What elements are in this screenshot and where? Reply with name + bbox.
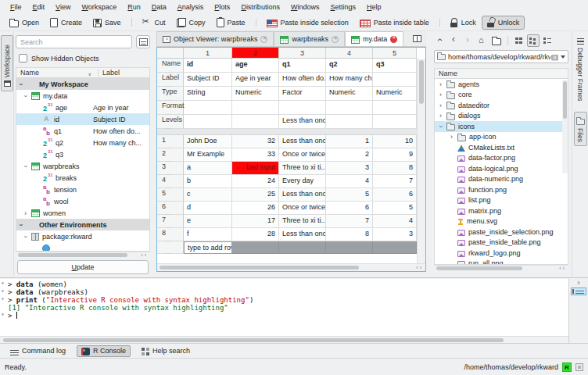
short-view-button[interactable] bbox=[513, 34, 525, 47]
file-tree-row[interactable]: data-numeric.png bbox=[435, 174, 568, 185]
expander-icon[interactable] bbox=[24, 162, 31, 170]
column-header-label[interactable]: Label bbox=[98, 69, 149, 77]
workspace-tree-row[interactable]: warpbreaks bbox=[16, 160, 149, 172]
open-dir-button[interactable] bbox=[490, 34, 503, 47]
file-tree-row[interactable]: CMakeLists.txt bbox=[435, 142, 568, 153]
grid-cell[interactable]: 3 bbox=[373, 228, 417, 241]
r-console[interactable]: > data (women) > data (warpbreaks) > pri… bbox=[0, 279, 568, 343]
grid-cell[interactable]: Mr Example bbox=[184, 148, 232, 162]
docker-collapse-icon[interactable]: ∧ bbox=[569, 280, 588, 286]
grid-cell[interactable]: 32 bbox=[232, 135, 279, 148]
file-tree-row[interactable]: core bbox=[435, 90, 568, 101]
grid-column-header[interactable]: 5 bbox=[373, 48, 417, 59]
grid-row-header[interactable]: 8 bbox=[157, 228, 184, 241]
grid-cell[interactable]: 33 bbox=[232, 148, 279, 162]
file-tree-row[interactable]: rkward_logo.png bbox=[435, 248, 568, 259]
workspace-tree-row[interactable]: My Workspace bbox=[16, 78, 149, 90]
editor-tab[interactable]: my.data bbox=[345, 31, 403, 46]
expander-icon[interactable] bbox=[439, 102, 446, 109]
workspace-tree-row[interactable]: Other Environments bbox=[16, 219, 149, 230]
back-button[interactable] bbox=[448, 34, 461, 47]
toolbar-button[interactable]: Paste inside table bbox=[354, 16, 435, 30]
grid-cell[interactable]: q1 bbox=[279, 59, 326, 73]
grid-column-header[interactable]: 4 bbox=[326, 48, 373, 59]
workspace-tree-row[interactable]: age Age in year bbox=[16, 102, 149, 113]
workspace-tree-row[interactable]: q2 How many ch... bbox=[16, 137, 149, 148]
grid-cell[interactable]: 10 bbox=[373, 135, 417, 148]
workspace-tree-row[interactable]: id Subject ID bbox=[16, 113, 149, 125]
grid-vscrollbar[interactable] bbox=[417, 59, 425, 263]
file-tree-row[interactable]: data-logical.png bbox=[435, 163, 568, 174]
grid-cell[interactable]: bad input bbox=[232, 162, 279, 175]
menu-item[interactable]: Run bbox=[122, 2, 146, 12]
grid-cell[interactable]: Less than onc... bbox=[279, 188, 326, 202]
right-dock-tab[interactable]: Debugger Frames bbox=[574, 34, 587, 105]
menu-item[interactable]: Analysis bbox=[172, 2, 210, 12]
menu-item[interactable]: Windows bbox=[285, 2, 325, 12]
workspace-tree-row[interactable]: my.data bbox=[16, 90, 149, 102]
grid-column-header[interactable]: 3 bbox=[279, 48, 326, 59]
grid-cell[interactable]: 5 bbox=[326, 188, 373, 202]
menu-item[interactable]: Help bbox=[361, 2, 387, 12]
grid-cell[interactable]: 8 bbox=[326, 228, 373, 241]
tool-view-button[interactable]: Command log bbox=[5, 345, 70, 357]
close-tab-icon[interactable] bbox=[332, 36, 339, 43]
toolbar-button[interactable]: Cut bbox=[137, 15, 171, 30]
grid-column-header[interactable]: 1 bbox=[184, 48, 232, 59]
add-row-cell[interactable]: type to add row bbox=[184, 241, 232, 254]
expander-icon[interactable] bbox=[439, 112, 446, 120]
grid-cell[interactable] bbox=[373, 115, 417, 129]
grid-cell[interactable]: 4 bbox=[326, 175, 373, 188]
workspace-hscrollbar[interactable]: ‹› bbox=[16, 252, 150, 258]
grid-cell[interactable]: Three to xi ti... bbox=[279, 215, 326, 228]
files-column-name[interactable]: Name bbox=[439, 70, 457, 77]
grid-row-header[interactable]: 5 bbox=[157, 188, 184, 202]
toolbar-button[interactable]: Create bbox=[45, 16, 88, 30]
grid-cell[interactable]: Every day bbox=[279, 175, 326, 188]
grid-cell[interactable]: How often do... bbox=[279, 73, 326, 87]
up-button[interactable] bbox=[434, 34, 446, 47]
grid-cell[interactable]: Three to xi ti... bbox=[279, 162, 326, 175]
grid-cell[interactable]: d bbox=[184, 202, 232, 215]
grid-cell[interactable]: Numeric bbox=[232, 87, 279, 101]
console-hscrollbar[interactable] bbox=[0, 336, 568, 343]
grid-cell[interactable]: Less than onc... bbox=[279, 115, 326, 129]
file-tree-row[interactable]: list.png bbox=[435, 195, 568, 206]
grid-cell[interactable]: f bbox=[184, 228, 232, 241]
home-button[interactable] bbox=[476, 34, 489, 47]
expander-icon[interactable] bbox=[24, 233, 31, 241]
menu-item[interactable]: Workspace bbox=[76, 2, 122, 12]
menu-item[interactable]: Edit bbox=[27, 2, 51, 12]
grid-row-header[interactable]: 1 bbox=[157, 135, 184, 148]
editor-tab[interactable]: warpbreaks bbox=[274, 31, 345, 46]
file-tree-row[interactable]: dataeditor bbox=[435, 100, 568, 111]
grid-pane-splitter[interactable] bbox=[157, 129, 417, 135]
close-tab-icon[interactable] bbox=[260, 36, 267, 43]
expander-icon[interactable] bbox=[439, 80, 446, 88]
files-hscrollbar[interactable]: ‹› bbox=[434, 265, 568, 271]
menu-item[interactable]: File bbox=[5, 2, 27, 12]
grid-cell[interactable] bbox=[232, 101, 279, 115]
grid-column-header[interactable]: 2 bbox=[232, 48, 279, 59]
toolbar-button[interactable]: Open bbox=[4, 16, 45, 30]
grid-cell[interactable]: 6 bbox=[326, 202, 373, 215]
workspace-tree-row[interactable]: package:rkward bbox=[16, 230, 149, 242]
grid-cell[interactable]: Once or twice... bbox=[279, 202, 326, 215]
grid-cell[interactable]: q3 bbox=[373, 59, 417, 73]
forward-button[interactable] bbox=[462, 34, 475, 47]
grid-cell[interactable]: e bbox=[184, 215, 232, 228]
tool-view-button[interactable]: R Console bbox=[77, 345, 131, 357]
menu-item[interactable]: Distributions bbox=[235, 2, 285, 12]
grid-cell[interactable] bbox=[184, 115, 232, 129]
file-tree-row[interactable]: app-icon bbox=[435, 132, 568, 143]
search-input[interactable] bbox=[16, 35, 132, 48]
file-tree-row[interactable]: paste_inside_table.png bbox=[435, 238, 568, 248]
grid-cell[interactable]: c bbox=[184, 188, 232, 202]
update-button[interactable]: Update bbox=[17, 260, 149, 274]
menu-item[interactable]: View bbox=[50, 2, 76, 12]
grid-cell[interactable]: id bbox=[184, 59, 232, 73]
grid-row-header[interactable]: Label bbox=[157, 73, 184, 87]
grid-cell[interactable]: age bbox=[232, 59, 279, 73]
grid-cell[interactable] bbox=[373, 101, 417, 115]
grid-cell[interactable]: String bbox=[184, 87, 232, 101]
